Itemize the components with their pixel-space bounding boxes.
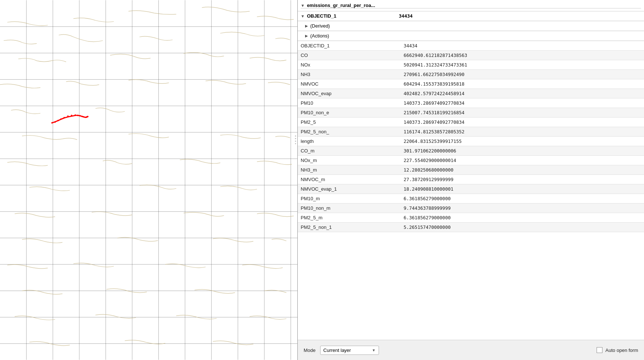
- actions-section-row[interactable]: ▶ (Actions): [298, 31, 644, 41]
- table-row: PM10_m6.361856279000000: [298, 194, 644, 204]
- table-row: NMVOC_m27.387209129999999: [298, 175, 644, 184]
- svg-point-31: [71, 115, 72, 116]
- table-row: OBJECTID_134434: [298, 41, 644, 51]
- table-row: length22064.831525399917155: [298, 137, 644, 146]
- field-value-cell: 12.280250680000000: [401, 165, 644, 175]
- field-name-cell: PM2_5_non_: [298, 127, 401, 137]
- map-canvas[interactable]: [0, 0, 297, 360]
- derived-label: (Derived): [310, 23, 330, 29]
- table-row: PM10_non_e215007.745318199216854: [298, 108, 644, 118]
- attributes-scroll-area[interactable]: ▼ emissions_gr_rural_per_roa... ▼ OBJECT…: [298, 0, 644, 340]
- table-row: PM10_non_m9.744363788999999: [298, 204, 644, 213]
- auto-open-area: Auto open form: [597, 347, 638, 353]
- table-row: NH3270961.662275034992490: [298, 70, 644, 79]
- bottom-bar: Mode Current layer ▼ Auto open form: [298, 340, 644, 360]
- svg-point-43: [295, 143, 296, 144]
- table-row: NOx5020941.312324733473361: [298, 60, 644, 70]
- table-row: PM10140373.286974092770834: [298, 98, 644, 108]
- field-name-cell: NOx: [298, 60, 401, 70]
- dropdown-selected-value: Current layer: [323, 348, 370, 353]
- field-name-cell: NOx_m: [298, 156, 401, 165]
- actions-arrow[interactable]: ▶: [305, 34, 308, 38]
- table-row: PM2_5_non_116174.812538572805352: [298, 127, 644, 137]
- svg-point-26: [54, 121, 56, 123]
- svg-point-25: [51, 122, 53, 123]
- objectid-section-value: 34434: [399, 13, 413, 19]
- svg-point-29: [64, 117, 65, 118]
- field-name-cell: PM10_non_e: [298, 108, 401, 118]
- field-value-cell: 402482.579724224458914: [401, 89, 644, 98]
- field-name-cell: PM10_non_m: [298, 204, 401, 213]
- svg-point-28: [60, 118, 62, 120]
- attribute-table: ▼ emissions_gr_rural_per_roa... ▼ OBJECT…: [298, 0, 644, 41]
- field-name-cell: PM2_5_m: [298, 213, 401, 223]
- svg-point-40: [295, 136, 296, 137]
- mode-dropdown[interactable]: Current layer ▼: [320, 346, 379, 355]
- field-name-cell: NMVOC_evap: [298, 89, 401, 98]
- derived-section-row[interactable]: ▶ (Derived): [298, 21, 644, 31]
- objectid-collapse-arrow[interactable]: ▼: [301, 14, 305, 18]
- table-row: PM2_5140373.286974092770834: [298, 118, 644, 127]
- derived-arrow[interactable]: ▶: [305, 24, 308, 28]
- field-value-cell: 34434: [401, 41, 644, 51]
- svg-rect-0: [0, 0, 297, 360]
- fields-table: OBJECTID_134434CO6662940.612182871438563…: [298, 41, 644, 232]
- objectid-section-label: OBJECTID_1: [307, 13, 399, 19]
- dropdown-arrow-icon: ▼: [372, 348, 376, 352]
- field-name-cell: PM10_m: [298, 194, 401, 204]
- field-value-cell: 6662940.612182871438563: [401, 51, 644, 60]
- svg-point-34: [79, 115, 81, 116]
- table-row: PM2_5_m6.361856279000000: [298, 213, 644, 223]
- field-name-cell: PM2_5: [298, 118, 401, 127]
- svg-point-37: [85, 116, 86, 118]
- svg-point-36: [83, 116, 85, 118]
- map-panel: [0, 0, 298, 360]
- mode-label: Mode: [304, 348, 316, 353]
- field-value-cell: 604294.155373839195818: [401, 79, 644, 89]
- auto-open-label: Auto open form: [605, 348, 638, 353]
- table-row: CO6662940.612182871438563: [298, 51, 644, 60]
- table-row: PM2_5_non_15.265157470000000: [298, 223, 644, 232]
- svg-point-35: [82, 116, 83, 117]
- field-name-cell: NMVOC_m: [298, 175, 401, 184]
- field-value-cell: 9.744363788999999: [401, 204, 644, 213]
- field-name-cell: PM2_5_non_1: [298, 223, 401, 232]
- field-value-cell: 18.240908810000001: [401, 184, 644, 194]
- table-row: NH3_m12.280250680000000: [298, 165, 644, 175]
- layer-header-row[interactable]: ▼ emissions_gr_rural_per_roa...: [301, 3, 641, 8]
- field-value-cell: 301.971062200000006: [401, 146, 644, 156]
- field-value-cell: 5020941.312324733473361: [401, 60, 644, 70]
- table-row: NMVOC_evap_118.240908810000001: [298, 184, 644, 194]
- svg-point-32: [75, 114, 76, 116]
- field-value-cell: 227.554029000000014: [401, 156, 644, 165]
- layer-collapse-arrow[interactable]: ▼: [301, 3, 305, 8]
- table-row: CO_m301.971062200000006: [298, 146, 644, 156]
- field-name-cell: length: [298, 137, 401, 146]
- attributes-panel: ▼ emissions_gr_rural_per_roa... ▼ OBJECT…: [298, 0, 644, 360]
- field-name-cell: CO: [298, 51, 401, 60]
- svg-point-41: [295, 138, 296, 139]
- field-value-cell: 116174.812538572805352: [401, 127, 644, 137]
- table-row: NOx_m227.554029000000014: [298, 156, 644, 165]
- table-row: NMVOC604294.155373839195818: [298, 79, 644, 89]
- field-value-cell: 215007.745318199216854: [401, 108, 644, 118]
- svg-point-30: [67, 115, 69, 117]
- svg-point-27: [57, 120, 59, 121]
- field-value-cell: 6.361856279000000: [401, 194, 644, 204]
- field-name-cell: NH3_m: [298, 165, 401, 175]
- field-name-cell: NH3: [298, 70, 401, 79]
- field-name-cell: PM10: [298, 98, 401, 108]
- svg-point-42: [295, 141, 296, 142]
- field-value-cell: 140373.286974092770834: [401, 98, 644, 108]
- field-value-cell: 140373.286974092770834: [401, 118, 644, 127]
- objectid-section-row[interactable]: ▼ OBJECTID_1 34434: [298, 11, 644, 21]
- layer-name: emissions_gr_rural_per_roa...: [307, 3, 375, 8]
- svg-point-33: [77, 115, 79, 116]
- field-name-cell: OBJECTID_1: [298, 41, 401, 51]
- actions-label: (Actions): [310, 33, 329, 39]
- auto-open-checkbox[interactable]: [597, 347, 602, 353]
- field-value-cell: 27.387209129999999: [401, 175, 644, 184]
- field-value-cell: 270961.662275034992490: [401, 70, 644, 79]
- field-value-cell: 5.265157470000000: [401, 223, 644, 232]
- table-row: NMVOC_evap402482.579724224458914: [298, 89, 644, 98]
